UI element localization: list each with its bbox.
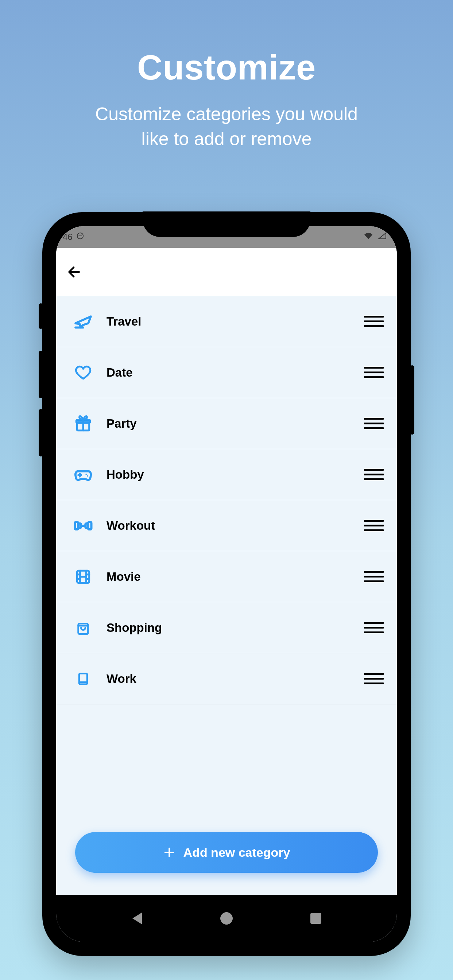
category-label: Date bbox=[107, 366, 361, 380]
drag-handle-icon[interactable] bbox=[361, 313, 387, 330]
category-item-date[interactable]: Date bbox=[56, 347, 397, 398]
plus-icon bbox=[163, 846, 175, 859]
category-label: Movie bbox=[107, 570, 361, 584]
status-time-fragment: 46 bbox=[63, 232, 73, 242]
circle-home-icon bbox=[220, 912, 233, 924]
wifi-icon bbox=[363, 232, 373, 242]
drag-handle-icon[interactable] bbox=[361, 619, 387, 636]
film-icon bbox=[69, 568, 97, 586]
category-item-hobby[interactable]: Hobby bbox=[56, 449, 397, 500]
phone-power-button bbox=[410, 365, 414, 434]
app-navbar bbox=[56, 248, 397, 296]
phone-volume-up bbox=[39, 351, 43, 398]
drag-handle-icon[interactable] bbox=[361, 568, 387, 585]
signal-icon bbox=[378, 232, 387, 242]
book-icon bbox=[69, 671, 97, 687]
category-list: Travel Date Party bbox=[56, 296, 397, 705]
drag-handle-icon[interactable] bbox=[361, 670, 387, 687]
dnd-icon bbox=[76, 232, 84, 242]
drag-handle-icon[interactable] bbox=[361, 517, 387, 534]
category-item-party[interactable]: Party bbox=[56, 398, 397, 449]
category-label: Party bbox=[107, 417, 361, 431]
category-label: Shopping bbox=[107, 621, 361, 635]
drag-handle-icon[interactable] bbox=[361, 415, 387, 432]
bag-icon bbox=[69, 619, 97, 636]
category-label: Work bbox=[107, 672, 361, 686]
category-item-shopping[interactable]: Shopping bbox=[56, 602, 397, 653]
subtitle-line-2: like to add or remove bbox=[142, 129, 312, 149]
phone-screen: 46 bbox=[56, 226, 397, 942]
plane-icon bbox=[69, 311, 97, 332]
phone-frame: 46 bbox=[42, 212, 411, 956]
square-overview-icon bbox=[310, 913, 321, 924]
phone-mute-switch bbox=[39, 303, 43, 329]
category-label: Workout bbox=[107, 519, 361, 533]
category-item-movie[interactable]: Movie bbox=[56, 551, 397, 602]
nav-home-button[interactable] bbox=[218, 910, 235, 927]
triangle-back-icon bbox=[132, 913, 142, 924]
phone-notch bbox=[143, 212, 310, 237]
category-label: Travel bbox=[107, 315, 361, 328]
nav-overview-button[interactable] bbox=[307, 910, 325, 927]
category-item-workout[interactable]: Workout bbox=[56, 500, 397, 551]
subtitle-line-1: Customize categories you would bbox=[95, 104, 358, 124]
dumbbell-icon bbox=[69, 515, 97, 537]
add-button-label: Add new category bbox=[183, 845, 290, 860]
gamepad-icon bbox=[69, 465, 97, 485]
category-item-travel[interactable]: Travel bbox=[56, 296, 397, 347]
back-button[interactable] bbox=[64, 261, 85, 283]
page-subtitle: Customize categories you would like to a… bbox=[0, 102, 453, 151]
drag-handle-icon[interactable] bbox=[361, 364, 387, 381]
page-title: Customize bbox=[0, 48, 453, 88]
arrow-left-icon bbox=[66, 264, 83, 280]
svg-point-4 bbox=[85, 473, 87, 475]
phone-volume-down bbox=[39, 409, 43, 457]
heart-icon bbox=[69, 363, 97, 382]
android-nav-bar bbox=[56, 895, 397, 942]
drag-handle-icon[interactable] bbox=[361, 466, 387, 483]
add-category-button[interactable]: Add new category bbox=[75, 832, 378, 873]
gift-icon bbox=[69, 415, 97, 433]
category-item-work[interactable]: Work bbox=[56, 653, 397, 705]
svg-point-5 bbox=[87, 475, 88, 477]
nav-back-button[interactable] bbox=[128, 910, 146, 927]
category-label: Hobby bbox=[107, 468, 361, 482]
